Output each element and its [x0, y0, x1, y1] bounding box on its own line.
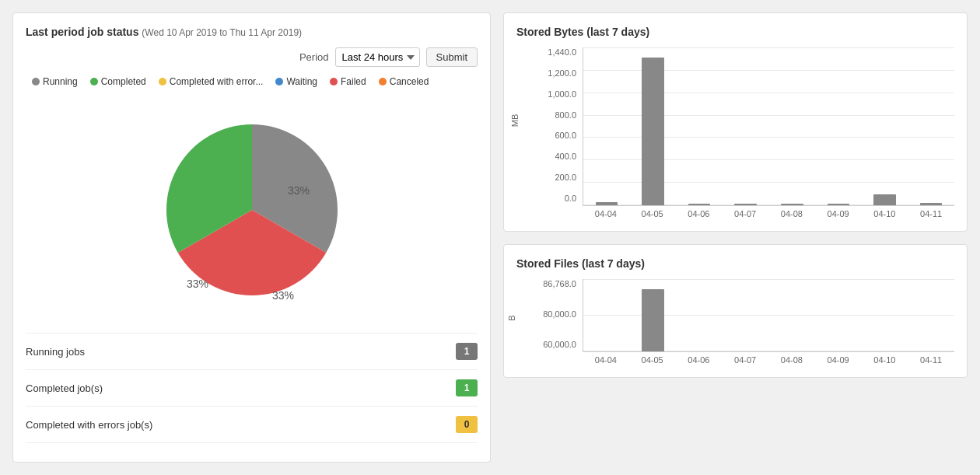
slice-label-completed: 33%	[271, 289, 293, 302]
period-row: Period Last 24 hours Last 7 days Last 30…	[26, 47, 478, 67]
stat-badge-errors: 0	[456, 416, 478, 433]
stored-bytes-card: Stored Bytes (last 7 days) MB 1,440.0 1,…	[503, 12, 968, 232]
legend-item-running: Running	[32, 76, 78, 87]
stat-badge-running: 1	[456, 343, 478, 360]
completed-errors-dot	[159, 78, 166, 86]
stored-files-title: Stored Files (last 7 days)	[516, 257, 954, 270]
slice-label-failed: 33%	[186, 278, 208, 290]
legend-label-canceled: Canceled	[390, 76, 429, 87]
pie-chart-area: 33% 33% 33%	[26, 93, 478, 327]
bar-04-09	[815, 204, 862, 205]
stat-label-completed: Completed job(s)	[26, 382, 103, 394]
bytes-bars-area: 04-04 04-05 04-06 04-07 04-08 04-09 04-1…	[583, 47, 954, 218]
stat-row-running: Running jobs 1	[26, 334, 478, 370]
legend-item-waiting: Waiting	[275, 76, 317, 87]
pie-chart: 33% 33% 33%	[135, 101, 369, 319]
stored-bytes-title: Stored Bytes (last 7 days)	[516, 26, 954, 38]
running-dot	[32, 78, 40, 86]
job-status-panel: Last period job status (Wed 10 Apr 2019 …	[12, 12, 491, 463]
failed-dot	[330, 78, 338, 86]
files-y-axis: 86,768.0 80,000.0 60,000.0	[532, 279, 583, 365]
period-label: Period	[299, 51, 329, 63]
bar-04-04	[583, 202, 630, 205]
files-bars-area: 04-04 04-05 04-06 04-07 04-08 04-09 04-1…	[583, 279, 954, 365]
stored-files-chart: B 86,768.0 80,000.0 60,000.0	[516, 279, 954, 365]
legend-item-completed: Completed	[90, 76, 146, 87]
bar-04-11	[908, 203, 954, 205]
stored-bytes-y-label: MB	[510, 114, 520, 127]
stored-files-card: Stored Files (last 7 days) B 86,768.0 80…	[503, 244, 968, 378]
legend-label-completed-errors: Completed with error...	[170, 76, 264, 87]
files-x-labels: 04-04 04-05 04-06 04-07 04-08 04-09 04-1…	[583, 352, 954, 365]
files-bars-inner	[583, 279, 954, 352]
bar-04-06	[676, 204, 723, 205]
bytes-bars-inner	[583, 47, 954, 206]
stat-label-errors: Completed with errors job(s)	[26, 419, 152, 431]
stat-row-completed: Completed job(s) 1	[26, 370, 478, 407]
stat-label-running: Running jobs	[26, 346, 85, 358]
legend-label-failed: Failed	[341, 76, 366, 87]
legend-item-failed: Failed	[330, 76, 366, 87]
legend-label-completed: Completed	[101, 76, 146, 87]
bar-04-10	[862, 194, 908, 205]
submit-button[interactable]: Submit	[426, 47, 478, 67]
period-select[interactable]: Last 24 hours Last 7 days Last 30 days	[335, 47, 420, 67]
legend-label-waiting: Waiting	[286, 76, 317, 87]
waiting-dot	[275, 78, 283, 86]
bytes-x-labels: 04-04 04-05 04-06 04-07 04-08 04-09 04-1…	[583, 206, 954, 218]
right-panel: Stored Bytes (last 7 days) MB 1,440.0 1,…	[503, 12, 968, 463]
canceled-dot	[379, 78, 387, 86]
bytes-y-axis: 1,440.0 1,200.0 1,000.0 800.0 600.0 400.…	[532, 47, 583, 218]
chart-legend: Running Completed Completed with error..…	[26, 76, 478, 87]
stored-files-y-label: B	[507, 315, 516, 320]
bar-04-08	[769, 204, 816, 205]
stored-bytes-chart: MB 1,440.0 1,200.0 1,000.0 800.0 600.0 4…	[516, 47, 954, 218]
bar-04-05	[630, 58, 677, 205]
completed-dot	[90, 78, 98, 86]
file-bar-04-05	[630, 289, 677, 351]
panel-title: Last period job status (Wed 10 Apr 2019 …	[26, 26, 478, 38]
slice-label-running: 33%	[287, 184, 309, 197]
stats-table: Running jobs 1 Completed job(s) 1 Comple…	[26, 333, 478, 443]
legend-label-running: Running	[43, 76, 78, 87]
legend-item-completed-errors: Completed with error...	[159, 76, 264, 87]
bar-04-07	[723, 204, 769, 205]
legend-item-canceled: Canceled	[379, 76, 429, 87]
stat-row-errors: Completed with errors job(s) 0	[26, 407, 478, 443]
stat-badge-completed: 1	[456, 379, 478, 396]
